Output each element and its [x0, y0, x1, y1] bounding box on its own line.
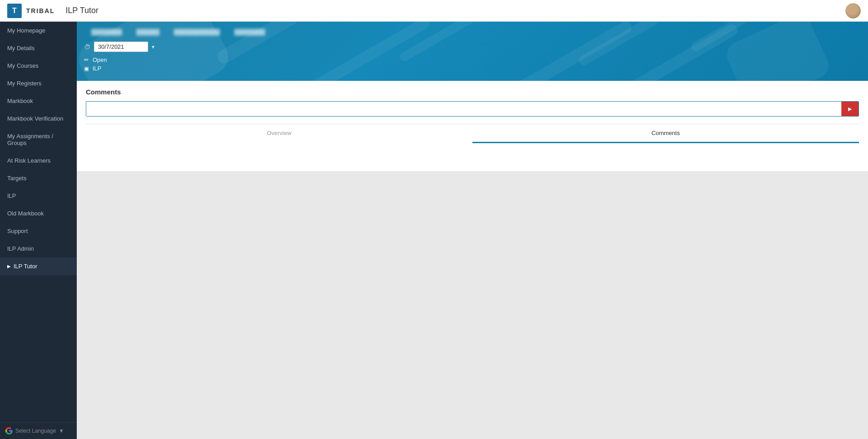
sidebar-label-at-risk-learners: At Risk Learners — [7, 157, 51, 164]
select-language-label[interactable]: Select Language — [15, 428, 56, 434]
avatar-image — [845, 3, 861, 19]
sidebar-label-support: Support — [7, 228, 28, 234]
sidebar-item-ilp[interactable]: ILP — [0, 187, 77, 205]
sidebar-label-my-homepage: My Homepage — [7, 27, 46, 34]
sidebar-label-targets: Targets — [7, 175, 27, 182]
blue-nav-tab-2[interactable]: ██████ — [129, 27, 167, 38]
date-input[interactable] — [94, 42, 148, 52]
white-content: Comments ► Overview Comments — [77, 81, 868, 171]
sidebar-item-support[interactable]: Support — [0, 222, 77, 240]
blue-nav-tab-3[interactable]: ████████████ — [167, 27, 227, 38]
sidebar-item-my-details[interactable]: My Details — [0, 39, 77, 57]
blue-nav-tab-4[interactable]: ████████ — [227, 27, 272, 38]
sidebar-item-ilp-admin[interactable]: ILP Admin — [0, 240, 77, 257]
sidebar-item-targets[interactable]: Targets — [0, 169, 77, 187]
sidebar-item-old-markbook[interactable]: Old Markbook — [0, 205, 77, 222]
sidebar-label-my-details: My Details — [7, 45, 35, 51]
clock-icon: ⏱ — [84, 43, 90, 51]
sidebar-label-my-registers: My Registers — [7, 80, 42, 87]
active-arrow-icon: ▶ — [7, 264, 11, 269]
sidebar-item-my-courses[interactable]: My Courses — [0, 57, 77, 75]
tab-overview[interactable]: Overview — [86, 124, 472, 143]
sidebar-label-markbook: Markbook — [7, 98, 33, 104]
language-dropdown-arrow[interactable]: ▼ — [59, 428, 64, 434]
comment-input[interactable] — [86, 102, 841, 116]
sidebar-label-old-markbook: Old Markbook — [7, 210, 44, 217]
sidebar-item-ilp-tutor[interactable]: ▶ ILP Tutor — [0, 257, 77, 275]
layout: My Homepage My Details My Courses My Reg… — [0, 22, 868, 439]
sidebar-item-markbook[interactable]: Markbook — [0, 92, 77, 110]
sidebar-item-my-assignments-groups[interactable]: My Assignments / Groups — [0, 127, 77, 152]
company-name: TRIBAL — [26, 7, 55, 14]
user-avatar[interactable] — [845, 3, 861, 19]
tribal-logo: T — [7, 4, 22, 18]
date-dropdown-arrow[interactable]: ▾ — [152, 44, 154, 50]
top-header: T TRIBAL ILP Tutor — [0, 0, 868, 22]
open-link[interactable]: Open — [93, 56, 107, 63]
sidebar-label-ilp-tutor: ILP Tutor — [14, 263, 37, 270]
open-action-row: ✏ Open — [84, 56, 861, 63]
tab-comments[interactable]: Comments — [472, 124, 859, 143]
blue-card: ████████ ██████ ████████████ ████████ ⏱ … — [77, 22, 868, 81]
sidebar-label-my-courses: My Courses — [7, 62, 38, 69]
main-content: ████████ ██████ ████████████ ████████ ⏱ … — [77, 22, 868, 439]
blue-nav-tabs: ████████ ██████ ████████████ ████████ — [84, 27, 861, 38]
google-icon — [5, 427, 13, 434]
ilp-link[interactable]: ILP — [93, 65, 102, 72]
blue-nav-tab-1[interactable]: ████████ — [84, 27, 129, 38]
sidebar-label-markbook-verification: Markbook Verification — [7, 115, 63, 122]
sidebar-bottom: Select Language ▼ — [0, 422, 77, 439]
sidebar-item-my-registers[interactable]: My Registers — [0, 75, 77, 92]
pencil-icon: ✏ — [84, 56, 89, 63]
date-row: ⏱ ▾ — [84, 42, 861, 52]
document-icon: ▣ — [84, 65, 89, 72]
sidebar: My Homepage My Details My Courses My Reg… — [0, 22, 77, 439]
sidebar-label-ilp-admin: ILP Admin — [7, 245, 34, 252]
sidebar-item-my-homepage[interactable]: My Homepage — [0, 22, 77, 39]
sidebar-label-my-assignments-groups: My Assignments / Groups — [7, 133, 70, 146]
sidebar-item-at-risk-learners[interactable]: At Risk Learners — [0, 152, 77, 169]
sidebar-label-ilp: ILP — [7, 192, 16, 199]
comments-section-title: Comments — [86, 88, 859, 96]
page-title: ILP Tutor — [65, 6, 98, 15]
sidebar-item-markbook-verification[interactable]: Markbook Verification — [0, 110, 77, 127]
comment-submit-button[interactable]: ► — [841, 102, 859, 116]
comment-input-row: ► — [86, 101, 859, 117]
logo-area: T TRIBAL — [7, 4, 55, 18]
ilp-action-row: ▣ ILP — [84, 65, 861, 72]
bottom-tabs: Overview Comments — [86, 124, 859, 143]
